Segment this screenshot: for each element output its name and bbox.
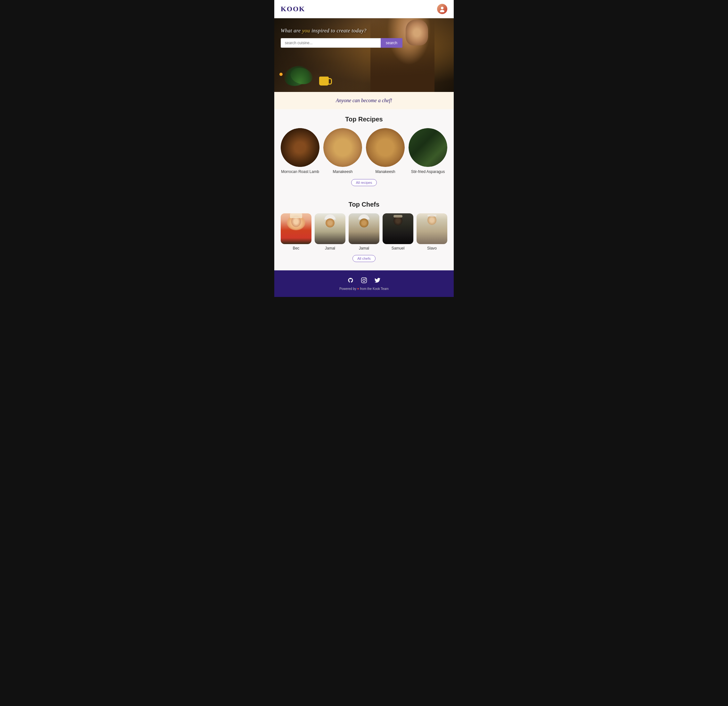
hero-dot (279, 73, 283, 76)
chef-image-slavo (416, 213, 447, 244)
app-logo[interactable]: KOOK (281, 5, 305, 13)
hero-search-bar: search (281, 38, 403, 48)
recipe-name: Manakeesh (375, 169, 395, 175)
chef-image-jamal2 (349, 213, 379, 244)
navbar: KOOK (274, 0, 454, 18)
svg-point-1 (440, 10, 445, 12)
chef-name: Bec (293, 246, 300, 250)
hero-content: What are you inspired to create today? s… (281, 28, 447, 48)
recipe-item[interactable]: Manakeesh (323, 128, 362, 175)
chef-name: Samuel (391, 246, 405, 250)
all-chefs-link[interactable]: All chefs (352, 255, 376, 262)
recipes-grid: Morrocan Roast Lamb Manakeesh Manakeesh (281, 128, 447, 175)
footer: Powered by ♥ from the Kook Team (274, 270, 454, 297)
recipes-title: Top Recipes (281, 116, 447, 123)
chefs-grid: Bec Jamal (281, 213, 447, 250)
recipe-image-manakeesh1 (323, 128, 362, 167)
hero-title: What are you inspired to create today? (281, 28, 447, 34)
chef-item[interactable]: Samuel (383, 213, 413, 250)
chef-image-jamal1 (315, 213, 345, 244)
recipes-section: Top Recipes Morrocan Roast Lamb Manakees… (274, 109, 454, 195)
recipe-name: Manakeesh (332, 169, 352, 175)
all-chefs-wrapper: All chefs (281, 255, 447, 262)
instagram-icon[interactable] (361, 277, 367, 284)
recipe-name: Stir-fried Asparagus (411, 169, 445, 175)
svg-point-0 (441, 7, 443, 9)
hero-plants (284, 60, 316, 85)
recipe-image-manakeesh2 (366, 128, 405, 167)
tagline-text: Anyone can become a chef! (336, 98, 392, 103)
recipe-item[interactable]: Manakeesh (366, 128, 405, 175)
chef-item[interactable]: Slavo (416, 213, 447, 250)
chef-name: Jamal (359, 246, 369, 250)
chef-name: Jamal (325, 246, 335, 250)
chefs-title: Top Chefs (281, 201, 447, 208)
github-icon[interactable] (347, 277, 354, 284)
hero-mug (319, 77, 329, 85)
footer-social-icons (281, 277, 447, 284)
recipe-image-lamb (281, 128, 319, 167)
twitter-icon[interactable] (374, 277, 381, 284)
search-input[interactable] (281, 38, 381, 48)
recipe-image-asparagus (409, 128, 447, 167)
all-recipes-wrapper: All recipes (281, 179, 447, 186)
search-button[interactable]: search (381, 38, 403, 48)
chef-image-samuel (383, 213, 413, 244)
chef-item[interactable]: Jamal (349, 213, 379, 250)
recipe-item[interactable]: Morrocan Roast Lamb (281, 128, 319, 175)
chef-image-bec (281, 213, 312, 244)
user-avatar[interactable] (437, 4, 447, 14)
chef-item[interactable]: Jamal (315, 213, 345, 250)
main-content: Anyone can become a chef! Top Recipes Mo… (274, 92, 454, 270)
app-container: KOOK What are you inspired to create tod… (274, 0, 454, 297)
recipe-item[interactable]: Stir-fried Asparagus (409, 128, 447, 175)
footer-credit: Powered by ♥ from the Kook Team (281, 287, 447, 290)
tagline-banner: Anyone can become a chef! (274, 92, 454, 109)
chef-name: Slavo (427, 246, 437, 250)
chef-item[interactable]: Bec (281, 213, 312, 250)
chefs-section: Top Chefs Bec (274, 195, 454, 270)
recipe-name: Morrocan Roast Lamb (281, 169, 319, 175)
all-recipes-link[interactable]: All recipes (351, 179, 377, 186)
hero-section: What are you inspired to create today? s… (274, 18, 454, 92)
